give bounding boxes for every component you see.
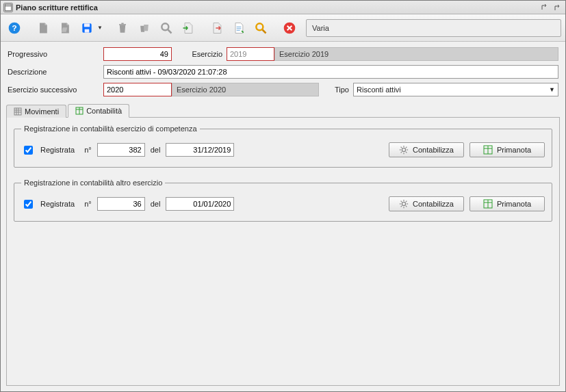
svg-line-43	[406, 206, 407, 207]
titlebar: Piano scritture rettifica	[1, 1, 565, 14]
open-button[interactable]	[55, 18, 75, 38]
gear-icon	[399, 199, 409, 209]
tipo-value: Risconti attivi	[357, 86, 401, 94]
tabs: Movimenti Contabilità	[6, 103, 560, 118]
esercizio-readonly: Esercizio 2019	[274, 47, 558, 61]
del2-label: del	[151, 200, 161, 208]
window-restore-icon[interactable]	[539, 3, 550, 12]
svg-line-45	[406, 201, 407, 202]
table-green-icon	[483, 145, 493, 155]
save-dropdown[interactable]: ▼	[97, 18, 103, 38]
import-button[interactable]	[179, 18, 198, 38]
esercizio-label: Esercizio	[172, 50, 227, 58]
esercizio-input	[227, 47, 274, 61]
svg-rect-6	[85, 29, 90, 32]
primanota2-button[interactable]: Primanota	[469, 196, 545, 211]
svg-point-9	[162, 23, 168, 30]
report-button[interactable]	[229, 18, 248, 38]
window-buttons	[539, 3, 563, 12]
svg-rect-7	[119, 24, 126, 25]
svg-line-32	[401, 152, 402, 153]
svg-line-15	[263, 29, 266, 33]
delete-all-button[interactable]	[135, 18, 154, 38]
table-green-icon	[483, 199, 493, 209]
tab-contabilita[interactable]: Contabilità	[68, 104, 129, 118]
help-button[interactable]: ?	[5, 18, 24, 38]
svg-line-10	[168, 29, 172, 33]
window-maximize-icon[interactable]	[552, 3, 563, 12]
group-altro-esercizio: Registrazione in contabilità altro eserc…	[14, 179, 552, 222]
group-competenza: Registrazione in contabilità esercizio d…	[14, 125, 552, 168]
group-altro-legend: Registrazione in contabilità altro eserc…	[21, 179, 165, 187]
svg-line-33	[406, 147, 407, 148]
delete-button[interactable]	[113, 18, 132, 38]
new-button[interactable]	[34, 18, 53, 38]
close-button[interactable]	[280, 18, 299, 38]
contabilizza2-button[interactable]: Contabilizza	[389, 196, 464, 211]
svg-rect-8	[121, 23, 123, 24]
header-form: Progressivo Esercizio Esercizio 2019 Des…	[1, 42, 565, 102]
gear-icon	[399, 145, 409, 155]
window-title: Piano scritture rettifica	[16, 3, 539, 12]
esercizio-succ-input[interactable]	[103, 83, 172, 96]
tipo-select[interactable]: Risconti attivi ▼	[353, 83, 558, 96]
tipo-label: Tipo	[319, 86, 353, 94]
varia-label: Varia	[312, 24, 329, 32]
registrata1-checkbox[interactable]	[24, 146, 33, 155]
esercizio-succ-readonly: Esercizio 2020	[172, 83, 319, 96]
svg-line-44	[401, 206, 402, 207]
save-button[interactable]	[77, 18, 97, 38]
contabilizza1-button[interactable]: Contabilizza	[389, 142, 464, 157]
svg-line-30	[401, 147, 402, 148]
search-button[interactable]	[157, 18, 176, 38]
progressivo-label: Progressivo	[8, 50, 103, 58]
svg-point-14	[256, 23, 263, 30]
tab-content: Registrazione in contabilità esercizio d…	[6, 118, 560, 386]
svg-rect-0	[5, 4, 12, 11]
registrata2-checkbox[interactable]	[24, 200, 33, 209]
svg-point-25	[402, 148, 405, 151]
svg-text:?: ?	[12, 23, 16, 32]
descrizione-label: Descrizione	[8, 68, 103, 76]
n1-input[interactable]	[97, 143, 145, 157]
date1-input[interactable]	[166, 143, 234, 157]
toolbar: ? ▼	[1, 14, 565, 42]
date2-input[interactable]	[166, 197, 234, 211]
chevron-down-icon: ▼	[549, 86, 555, 93]
n2-label: n°	[84, 200, 92, 208]
primanota1-button[interactable]: Primanota	[469, 142, 545, 157]
svg-rect-5	[84, 23, 90, 27]
export-button[interactable]	[207, 18, 227, 38]
table-icon	[75, 107, 83, 115]
group-competenza-legend: Registrazione in contabilità esercizio d…	[21, 125, 200, 133]
svg-rect-17	[14, 108, 21, 115]
svg-point-37	[402, 202, 405, 205]
grid-icon	[14, 107, 22, 116]
window-icon	[3, 3, 13, 12]
registrata1-label: Registrata	[40, 146, 75, 154]
svg-line-31	[406, 152, 407, 153]
find-button[interactable]	[251, 18, 270, 38]
svg-line-42	[401, 201, 402, 202]
tab-movimenti[interactable]: Movimenti	[6, 105, 66, 118]
registrata2-label: Registrata	[40, 200, 75, 208]
del1-label: del	[151, 146, 161, 154]
progressivo-input[interactable]	[103, 47, 172, 61]
n1-label: n°	[84, 146, 92, 154]
descrizione-input[interactable]	[103, 65, 558, 79]
n2-input[interactable]	[97, 197, 145, 211]
window: Piano scritture rettifica ? ▼	[0, 0, 566, 392]
varia-field[interactable]: Varia	[306, 19, 561, 37]
esercizio-succ-label: Esercizio successivo	[8, 86, 103, 94]
